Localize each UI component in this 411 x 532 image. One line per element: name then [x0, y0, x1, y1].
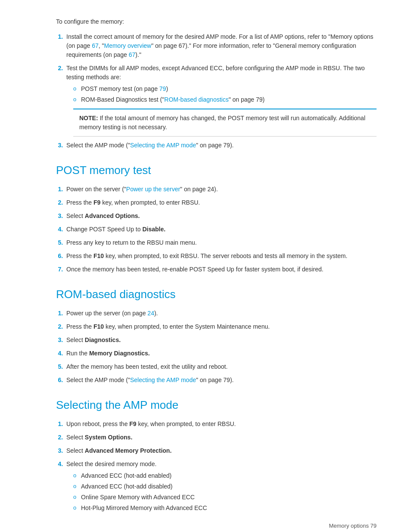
- config-step-1-text: Install the correct amount of memory for…: [66, 33, 374, 58]
- note-text: If the total amount of memory has change…: [79, 115, 365, 131]
- post-step-6-bold: F10: [93, 252, 104, 259]
- post-step-3: Select Advanced Options.: [65, 212, 377, 221]
- intro-text: To configure the memory:: [56, 17, 377, 26]
- post-step-4-bold: Disable.: [142, 226, 165, 233]
- link-memory-overview[interactable]: Memory overview: [104, 42, 152, 49]
- amp-step-3-bold: Advanced Memory Protection.: [85, 447, 172, 454]
- rom-step-1: Power up the server (on page 24).: [65, 309, 377, 318]
- post-step-6: Press the F10 key, when prompted, to exi…: [65, 252, 377, 261]
- link-rom-diagnostics[interactable]: ROM-based diagnostics: [164, 96, 228, 103]
- link-selecting-amp-mode-rom[interactable]: Selecting the AMP mode: [130, 376, 196, 383]
- testing-method-post: POST memory test (on page 79): [73, 84, 377, 93]
- footer: Memory options 79: [329, 522, 377, 530]
- post-step-5: Press any key to return to the RBSU main…: [65, 238, 377, 247]
- rom-diagnostics-list: Power up the server (on page 24). Press …: [65, 309, 377, 385]
- post-step-2-bold: F9: [93, 199, 100, 206]
- page: To configure the memory: Install the cor…: [0, 0, 411, 532]
- amp-step-2: Select System Options.: [65, 433, 377, 442]
- config-step-2: Test the DIMMs for all AMP modes, except…: [65, 64, 377, 137]
- rom-based-diagnostics-heading: ROM-based diagnostics: [56, 286, 377, 303]
- post-memory-test-heading: POST memory test: [56, 162, 377, 179]
- rom-step-4-bold: Memory Diagnostics.: [89, 350, 150, 357]
- note-label: NOTE:: [79, 115, 98, 121]
- post-memory-test-list: Power on the server ("Power up the serve…: [65, 185, 377, 274]
- note-box: NOTE: If the total amount of memory has …: [73, 109, 377, 137]
- memory-mode-1: Advanced ECC (hot-add enabled): [73, 471, 377, 480]
- link-memory-options-67[interactable]: 67: [92, 42, 99, 49]
- post-step-4: Change POST Speed Up to Disable.: [65, 225, 377, 234]
- config-steps-list: Install the correct amount of memory for…: [65, 32, 377, 150]
- amp-step-1: Upon reboot, press the F9 key, when prom…: [65, 420, 377, 429]
- amp-step-3: Select Advanced Memory Protection.: [65, 446, 377, 455]
- testing-methods-list: POST memory test (on page 79) ROM-Based …: [73, 84, 377, 104]
- link-power-up-server[interactable]: Power up the server: [126, 186, 180, 193]
- selecting-amp-mode-list: Upon reboot, press the F9 key, when prom…: [65, 420, 377, 513]
- amp-step-2-bold: System Options.: [85, 434, 132, 441]
- rom-step-3: Select Diagnostics.: [65, 336, 377, 345]
- config-step-1: Install the correct amount of memory for…: [65, 32, 377, 59]
- selecting-amp-mode-heading: Selecting the AMP mode: [56, 397, 377, 414]
- rom-step-6: Select the AMP mode ("Selecting the AMP …: [65, 376, 377, 385]
- post-step-7: Once the memory has been tested, re-enab…: [65, 265, 377, 274]
- memory-mode-4: Hot-Plug Mirrored Memory with Advanced E…: [73, 504, 377, 513]
- amp-step-1-bold: F9: [129, 420, 136, 427]
- config-step-2-text: Test the DIMMs for all AMP modes, except…: [66, 65, 365, 81]
- link-selecting-amp-mode[interactable]: Selecting the AMP mode: [130, 142, 196, 149]
- memory-mode-list: Advanced ECC (hot-add enabled) Advanced …: [73, 471, 377, 513]
- memory-mode-3: Online Spare Memory with Advanced ECC: [73, 493, 377, 502]
- post-step-3-bold: Advanced Options.: [85, 212, 140, 219]
- rom-step-2-bold: F10: [93, 323, 104, 330]
- post-step-1: Power on the server ("Power up the serve…: [65, 185, 377, 194]
- rom-step-2: Press the F10 key, when prompted, to ent…: [65, 322, 377, 331]
- amp-step-4: Select the desired memory mode. Advanced…: [65, 460, 377, 513]
- link-post-79[interactable]: 79: [159, 85, 166, 92]
- rom-step-5: After the memory has been tested, exit t…: [65, 362, 377, 371]
- testing-method-rom: ROM-Based Diagnostics test ("ROM-based d…: [73, 95, 377, 104]
- footer-text: Memory options 79: [329, 523, 377, 529]
- link-power-up-24[interactable]: 24: [147, 310, 154, 317]
- config-step-3: Select the AMP mode ("Selecting the AMP …: [65, 141, 377, 150]
- post-step-2: Press the F9 key, when prompted, to ente…: [65, 198, 377, 207]
- memory-mode-2: Advanced ECC (hot-add disabled): [73, 482, 377, 491]
- link-general-memory-67[interactable]: 67: [129, 51, 136, 58]
- rom-step-3-bold: Diagnostics.: [85, 336, 121, 343]
- rom-step-4: Run the Memory Diagnostics.: [65, 349, 377, 358]
